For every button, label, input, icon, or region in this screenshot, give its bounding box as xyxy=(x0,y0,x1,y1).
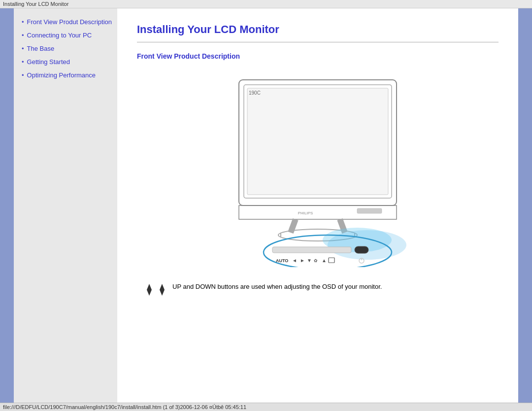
svg-text:✿: ✿ xyxy=(314,258,318,263)
svg-text:▲: ▲ xyxy=(322,258,327,263)
svg-text:►: ► xyxy=(300,258,305,263)
sidebar-item-connecting[interactable]: Connecting to Your PC xyxy=(22,32,112,40)
right-stripe xyxy=(518,8,532,403)
svg-text:190C: 190C xyxy=(249,90,261,96)
svg-rect-23 xyxy=(329,258,334,263)
status-bar-text: file:///D/EDFU/LCD/190C7/manual/english/… xyxy=(3,404,246,410)
svg-rect-6 xyxy=(357,208,382,213)
svg-rect-16 xyxy=(355,246,368,253)
svg-marker-27 xyxy=(147,290,152,296)
sidebar-item-optimizing[interactable]: Optimizing Performance xyxy=(22,71,112,80)
sidebar-link-optimizing[interactable]: Optimizing Performance xyxy=(27,71,96,80)
svg-marker-29 xyxy=(160,290,165,296)
description-text: UP and DOWN buttons are used when adjust… xyxy=(172,282,382,292)
svg-marker-26 xyxy=(147,284,152,290)
title-divider xyxy=(137,42,499,42)
section-heading: Front View Product Description xyxy=(137,52,499,60)
up-down-arrows-icon xyxy=(147,283,165,299)
status-bar: file:///D/EDFU/LCD/190C7/manual/english/… xyxy=(0,403,532,411)
monitor-svg: 190C PHILIPS xyxy=(200,70,436,267)
left-stripe xyxy=(0,8,14,403)
svg-text:AUTO: AUTO xyxy=(276,258,288,263)
sidebar-link-connecting[interactable]: Connecting to Your PC xyxy=(27,32,92,40)
title-bar-text: Installing Your LCD Monitor xyxy=(3,1,68,7)
svg-point-13 xyxy=(328,230,406,260)
sidebar: Front View Produt Description Connecting… xyxy=(14,8,117,403)
page-title: Installing Your LCD Monitor xyxy=(137,23,499,36)
sidebar-link-base[interactable]: The Base xyxy=(27,45,55,53)
svg-marker-28 xyxy=(160,284,165,290)
monitor-illustration: 190C PHILIPS xyxy=(137,70,499,267)
title-bar: Installing Your LCD Monitor xyxy=(0,0,532,8)
svg-text:▼: ▼ xyxy=(307,258,312,263)
svg-rect-15 xyxy=(272,247,351,253)
svg-rect-2 xyxy=(247,88,388,195)
sidebar-item-getting-started[interactable]: Getting Started xyxy=(22,58,112,67)
sidebar-nav: Front View Produt Description Connecting… xyxy=(22,18,112,79)
sidebar-link-front-view[interactable]: Front View Produt Description xyxy=(27,18,112,27)
svg-text:PHILIPS: PHILIPS xyxy=(298,211,313,215)
content-area: Installing Your LCD Monitor Front View P… xyxy=(117,8,518,403)
description-row: UP and DOWN buttons are used when adjust… xyxy=(137,282,499,299)
svg-text:◄: ◄ xyxy=(292,258,297,263)
main-layout: Front View Produt Description Connecting… xyxy=(0,8,532,403)
sidebar-item-front-view[interactable]: Front View Produt Description xyxy=(22,18,112,27)
sidebar-item-base[interactable]: The Base xyxy=(22,45,112,53)
sidebar-link-getting-started[interactable]: Getting Started xyxy=(27,58,70,67)
